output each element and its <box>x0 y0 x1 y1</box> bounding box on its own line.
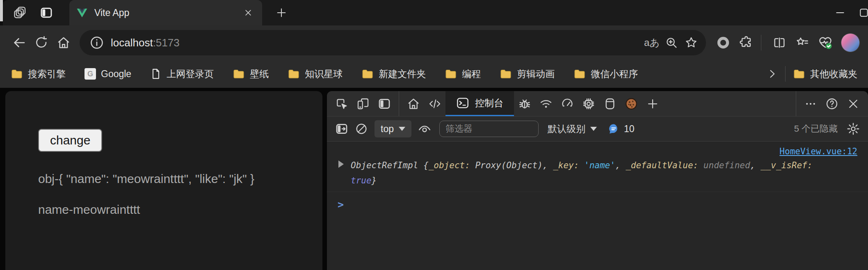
chevron-down-icon <box>399 127 405 131</box>
info-icon[interactable] <box>89 35 104 50</box>
performance-gauge-icon[interactable] <box>557 91 578 116</box>
bookmark-item[interactable]: 搜索引擎 <box>11 68 66 80</box>
expand-triangle-icon[interactable] <box>338 160 344 168</box>
folder-icon <box>793 68 805 80</box>
bookmark-item[interactable]: 壁纸 <box>233 68 269 80</box>
network-wifi-icon[interactable] <box>535 91 557 116</box>
dock-layout-icon[interactable] <box>374 91 395 116</box>
issues-bubble-icon <box>608 123 620 135</box>
clear-console-icon[interactable] <box>352 119 371 139</box>
settings-gear-icon[interactable] <box>843 119 863 139</box>
source-link[interactable]: HomeView.vue:12 <box>779 146 857 156</box>
url-port: :5173 <box>153 37 180 49</box>
bookmark-item[interactable]: G Google <box>85 68 131 80</box>
bookmarks-overflow-chevron-icon[interactable] <box>766 68 778 80</box>
more-options-icon[interactable] <box>800 91 821 116</box>
bookmark-item[interactable]: 知识星球 <box>288 68 343 80</box>
issues-count: 10 <box>624 124 635 135</box>
google-favicon: G <box>85 68 96 80</box>
name-output-text: name-meowraintttt <box>38 203 322 217</box>
bookmark-item[interactable]: 剪辑动画 <box>500 68 555 80</box>
split-screen-icon[interactable] <box>770 33 789 53</box>
tab-console[interactable]: 控制台 <box>445 91 514 116</box>
bookmark-label: 搜索引擎 <box>28 68 66 80</box>
console-sidebar-icon[interactable] <box>332 119 352 139</box>
page-icon <box>150 68 162 80</box>
browser-tab[interactable]: Vite App <box>69 0 262 25</box>
tab-actions-icon[interactable] <box>37 4 55 22</box>
avatar[interactable] <box>841 33 860 52</box>
folder-icon <box>288 68 300 80</box>
bookmark-label: 其他收藏夹 <box>810 68 857 80</box>
extensions-puzzle-icon[interactable] <box>736 33 756 53</box>
tab-title: Vite App <box>94 7 241 18</box>
extension-dot-icon[interactable] <box>713 33 733 53</box>
help-icon[interactable] <box>821 91 843 116</box>
live-expression-eye-icon[interactable] <box>415 119 434 139</box>
console-message[interactable]: HomeView.vue:12 ObjectRefImpl {_object: … <box>327 142 868 192</box>
home-icon[interactable] <box>53 32 75 54</box>
toolbar-divider <box>761 35 761 50</box>
console-prompt-chevron: > <box>338 199 344 211</box>
devtools-panel: 控制台 <box>327 91 868 270</box>
translate-icon[interactable]: aあ <box>642 33 662 53</box>
add-tools-icon[interactable] <box>642 91 663 116</box>
new-tab-icon[interactable] <box>272 3 291 22</box>
bookmark-label: 剪辑动画 <box>517 68 555 80</box>
chevron-down-icon <box>590 127 597 131</box>
bookmark-item[interactable]: 新建文件夹 <box>361 68 426 80</box>
close-icon[interactable] <box>843 91 864 116</box>
obj-output-text: obj-{ "name": "meowraintttt", "like": "j… <box>38 167 292 191</box>
bookmarks-divider <box>785 66 786 82</box>
bookmark-item[interactable]: 编程 <box>445 68 481 80</box>
folder-icon <box>573 68 586 80</box>
issues-counter[interactable]: 10 <box>608 123 635 135</box>
collections-icon[interactable] <box>793 33 812 53</box>
other-favorites-folder[interactable]: 其他收藏夹 <box>793 68 857 80</box>
context-selector-value: top <box>381 124 394 135</box>
change-button[interactable]: change <box>38 129 102 152</box>
url-text[interactable]: localhost:5173 <box>111 37 180 49</box>
workspaces-icon[interactable] <box>11 4 29 22</box>
bookmark-item[interactable]: 上网登录页 <box>150 68 214 80</box>
console-prompt-row[interactable]: > <box>327 192 868 211</box>
content-region: change obj-{ "name": "meowraintttt", "li… <box>0 88 868 270</box>
devtools-tabbar: 控制台 <box>327 91 868 116</box>
maximize-icon[interactable] <box>853 0 868 25</box>
memory-chip-icon[interactable] <box>578 91 599 116</box>
zoom-in-icon[interactable] <box>662 33 681 53</box>
console-panel-icon <box>456 96 469 110</box>
refresh-icon[interactable] <box>30 32 53 54</box>
elements-code-icon[interactable] <box>424 91 445 116</box>
favorite-star-icon[interactable] <box>681 33 701 53</box>
filter-input[interactable] <box>439 121 539 137</box>
web-page: change obj-{ "name": "meowraintttt", "li… <box>5 91 322 270</box>
bookmark-label: 壁纸 <box>250 68 269 80</box>
bookmark-item[interactable]: 微信小程序 <box>573 68 638 80</box>
welcome-home-icon[interactable] <box>403 91 424 116</box>
minimize-icon[interactable] <box>827 0 853 25</box>
bookmarks-bar: 搜索引擎 G Google 上网登录页 壁纸 知识星球 新建文件夹 编程 剪辑动… <box>0 60 868 88</box>
folder-icon <box>233 68 245 80</box>
back-icon[interactable] <box>8 32 30 54</box>
cookies-icon[interactable] <box>621 91 642 116</box>
tab-strip: Vite App <box>3 0 868 25</box>
address-bar[interactable]: localhost:5173 aあ <box>80 30 706 55</box>
device-emulation-icon[interactable] <box>352 91 374 116</box>
console-tab-label: 控制台 <box>475 97 503 110</box>
vue-logo-icon <box>76 7 88 19</box>
background-window-sliver <box>0 0 3 21</box>
context-selector[interactable]: top <box>375 120 411 137</box>
application-box-icon[interactable] <box>599 91 621 116</box>
inspect-icon[interactable] <box>331 91 352 116</box>
browser-toolbar: localhost:5173 aあ <box>0 25 868 60</box>
url-host: localhost <box>111 37 153 49</box>
hidden-messages-count: 5 个已隐藏 <box>794 123 838 135</box>
bookmark-label: 上网登录页 <box>167 68 214 80</box>
browser-essentials-icon[interactable] <box>815 33 835 53</box>
log-levels-dropdown[interactable]: 默认级别 <box>548 123 597 135</box>
close-icon[interactable] <box>241 5 256 20</box>
devtools-divider <box>796 91 796 116</box>
bookmark-label: 微信小程序 <box>591 68 638 80</box>
issues-bug-icon[interactable] <box>514 91 535 116</box>
